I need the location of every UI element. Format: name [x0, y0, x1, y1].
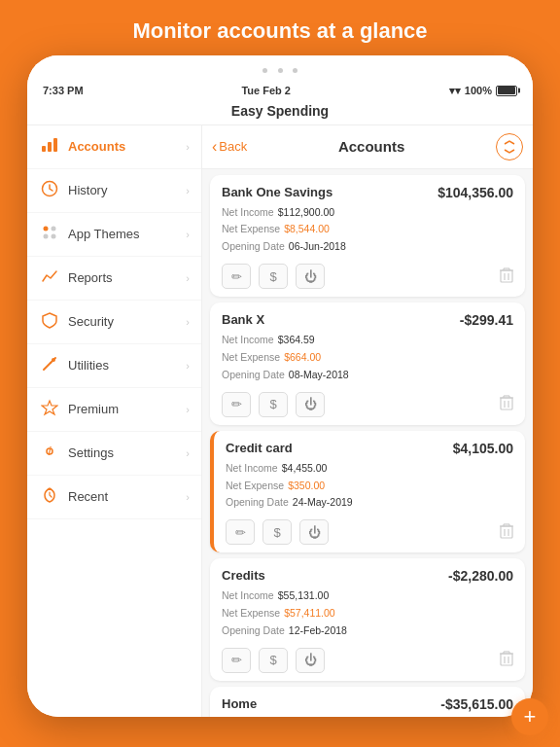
svg-rect-0 — [42, 146, 46, 152]
svg-line-8 — [44, 363, 51, 370]
chevron-recent: › — [186, 491, 190, 503]
sidebar-label-recent: Recent — [68, 489, 186, 504]
delete-button-1[interactable] — [500, 395, 513, 413]
chevron-premium: › — [186, 404, 190, 415]
status-time: 7:33 PM — [43, 85, 84, 96]
sidebar-label-accounts: Accounts — [68, 139, 186, 154]
back-button[interactable]: ‹ Back — [212, 138, 247, 156]
device-frame: 7:33 PM Tue Feb 2 ▾▾ 100% Easy Spending — [0, 55, 560, 717]
chevron-history: › — [186, 185, 190, 196]
delete-button-0[interactable] — [500, 267, 513, 286]
account-actions-0: ✏ $ ⏻ — [222, 264, 513, 289]
accounts-icon — [39, 136, 60, 158]
account-actions-1: ✏ $ ⏻ — [222, 392, 513, 417]
svg-text:i: i — [49, 444, 52, 458]
delete-button-2[interactable] — [500, 523, 513, 542]
account-balance-4: -$35,615.00 — [440, 696, 513, 712]
svg-rect-35 — [501, 654, 512, 665]
power-button-1[interactable]: ⏻ — [296, 392, 325, 417]
history-icon — [39, 180, 60, 201]
reports-icon — [39, 267, 60, 289]
account-details-2: Net Income $4,455.00 Net Expense $350.00… — [226, 460, 513, 513]
dollar-button-1[interactable]: $ — [259, 392, 288, 417]
net-expense-0: $8,544.00 — [284, 221, 330, 238]
edit-button-2[interactable]: ✏ — [226, 519, 255, 545]
sidebar-item-history[interactable]: History › — [27, 169, 201, 213]
svg-rect-28 — [501, 526, 512, 538]
content-title: Accounts — [247, 138, 496, 155]
status-bar: 7:33 PM Tue Feb 2 ▾▾ 100% — [27, 79, 533, 99]
account-details-0: Net Income $112,900.00 Net Expense $8,54… — [222, 204, 513, 257]
account-details-1: Net Income $364.59 Net Expense $664.00 O… — [222, 332, 513, 384]
opening-date-0: 06-Jun-2018 — [289, 238, 346, 256]
sidebar-item-security[interactable]: Security › — [27, 301, 201, 344]
power-button-2[interactable]: ⏻ — [299, 519, 329, 545]
account-card-bank-x: Bank X -$299.41 Net Income $364.59 Net E… — [210, 302, 525, 425]
sidebar-item-reports[interactable]: Reports › — [27, 257, 201, 301]
svg-rect-1 — [48, 142, 52, 152]
svg-point-5 — [52, 226, 56, 231]
account-name-2: Credit card — [226, 441, 293, 455]
status-date: Tue Feb 2 — [241, 85, 291, 96]
edit-button-1[interactable]: ✏ — [222, 392, 251, 417]
chevron-security: › — [186, 316, 190, 328]
main-content: Accounts › History › — [27, 125, 533, 717]
account-actions-3: ✏ $ ⏻ — [222, 648, 513, 673]
wifi-icon: ▾▾ — [449, 85, 461, 97]
sidebar-label-utilities: Utilities — [68, 358, 186, 373]
sidebar-item-recent[interactable]: Recent › — [27, 476, 201, 519]
chevron-settings: › — [186, 447, 190, 459]
net-income-label-0: Net Income — [222, 204, 274, 222]
sidebar: Accounts › History › — [27, 125, 202, 717]
accounts-list: Bank One Savings $104,356.00 Net Income … — [202, 169, 533, 717]
sidebar-item-accounts[interactable]: Accounts › — [27, 125, 201, 169]
sidebar-label-settings: Settings — [68, 445, 186, 460]
sidebar-label-security: Security — [68, 314, 186, 329]
account-card-bank-one-savings: Bank One Savings $104,356.00 Net Income … — [210, 175, 525, 298]
dollar-button-3[interactable]: $ — [259, 648, 288, 673]
content-header: ‹ Back Accounts — [202, 125, 533, 169]
svg-rect-2 — [53, 138, 57, 152]
edit-button-3[interactable]: ✏ — [222, 648, 251, 673]
settings-icon: i — [39, 443, 60, 464]
sidebar-label-history: History — [68, 183, 186, 197]
sidebar-item-premium[interactable]: Premium › — [27, 388, 201, 432]
app-title: Easy Spending — [39, 103, 521, 119]
sidebar-label-premium: Premium — [68, 402, 186, 416]
net-expense-label-0: Net Expense — [222, 221, 280, 238]
chevron-reports: › — [186, 272, 190, 284]
svg-rect-14 — [501, 270, 512, 282]
chevron-accounts: › — [186, 141, 190, 153]
net-income-0: $112,900.00 — [278, 204, 334, 222]
back-label: Back — [219, 139, 247, 154]
app-themes-icon — [39, 224, 60, 245]
power-button-3[interactable]: ⏻ — [296, 648, 325, 673]
battery-label: 100% — [465, 85, 492, 96]
status-right: ▾▾ 100% — [449, 85, 517, 97]
svg-marker-11 — [42, 401, 57, 414]
battery-icon — [496, 86, 517, 96]
dollar-button-0[interactable]: $ — [259, 264, 288, 289]
opening-date-label-0: Opening Date — [222, 238, 285, 256]
account-card-credit-card: Credit card $4,105.00 Net Income $4,455.… — [210, 431, 525, 553]
premium-icon — [39, 399, 60, 420]
dollar-button-2[interactable]: $ — [262, 519, 292, 545]
account-name-0: Bank One Savings — [222, 185, 332, 199]
account-name-1: Bank X — [222, 312, 264, 327]
svg-point-10 — [52, 358, 55, 362]
content-panel: ‹ Back Accounts Bank — [202, 125, 533, 717]
headline: Monitor accounts at a glance — [0, 0, 560, 55]
sidebar-item-settings[interactable]: i Settings › — [27, 432, 201, 476]
sidebar-item-utilities[interactable]: Utilities › — [27, 344, 201, 388]
delete-button-3[interactable] — [500, 651, 513, 669]
svg-point-7 — [52, 233, 56, 238]
sidebar-item-app-themes[interactable]: App Themes › — [27, 213, 201, 257]
power-button-0[interactable]: ⏻ — [296, 264, 325, 289]
edit-button-0[interactable]: ✏ — [222, 264, 251, 289]
sort-button[interactable] — [496, 133, 523, 160]
svg-point-6 — [44, 233, 49, 238]
utilities-icon — [39, 355, 60, 376]
chevron-left-icon: ‹ — [212, 138, 217, 156]
account-balance-1: -$299.41 — [460, 312, 513, 328]
account-card-credits: Credits -$2,280.00 Net Income $55,131.00… — [210, 558, 525, 681]
